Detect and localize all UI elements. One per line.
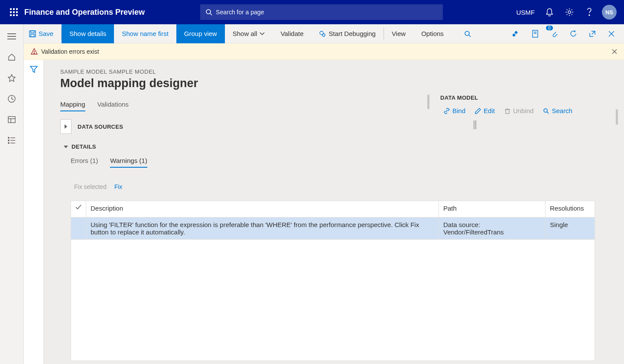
svg-line-32 bbox=[469, 35, 471, 37]
bell-icon bbox=[546, 8, 553, 16]
svg-point-31 bbox=[465, 31, 469, 36]
data-sources-expand[interactable] bbox=[60, 119, 72, 134]
options-button[interactable]: Options bbox=[413, 24, 452, 43]
fix-selected-button: Fix selected bbox=[74, 183, 107, 190]
tab-validations[interactable]: Validations bbox=[98, 101, 129, 111]
tab-mapping[interactable]: Mapping bbox=[60, 101, 85, 111]
svg-rect-43 bbox=[506, 110, 509, 114]
filter-button[interactable] bbox=[30, 66, 38, 364]
show-all-button[interactable]: Show all bbox=[225, 24, 273, 43]
home-button[interactable] bbox=[1, 49, 22, 66]
splitter-handle[interactable] bbox=[474, 120, 477, 129]
view-button[interactable]: View bbox=[384, 24, 413, 43]
show-details-button[interactable]: Show details bbox=[62, 24, 114, 43]
fix-button[interactable]: Fix bbox=[114, 183, 123, 190]
subtab-warnings[interactable]: Warnings (1) bbox=[110, 157, 147, 168]
svg-rect-7 bbox=[13, 14, 15, 16]
chevron-right-icon bbox=[64, 124, 68, 129]
page-options-button[interactable] bbox=[528, 26, 543, 41]
validation-banner: Validation errors exist bbox=[24, 43, 624, 60]
svg-point-24 bbox=[8, 143, 9, 143]
avatar-initials: NS bbox=[605, 9, 613, 16]
filter-icon bbox=[30, 66, 38, 73]
table-row[interactable]: Using 'FILTER' function for the expressi… bbox=[71, 218, 595, 240]
paperclip-icon bbox=[550, 30, 558, 38]
data-sources-label: DATA SOURCES bbox=[78, 124, 123, 130]
find-button[interactable] bbox=[460, 26, 475, 41]
workspaces-button[interactable] bbox=[1, 111, 22, 128]
settings-button[interactable] bbox=[560, 2, 579, 23]
search-icon bbox=[543, 108, 549, 114]
cell-resolutions: Single bbox=[546, 218, 595, 240]
app-title: Finance and Operations Preview bbox=[24, 8, 145, 17]
bind-button[interactable]: Bind bbox=[444, 107, 465, 114]
debug-icon bbox=[319, 30, 326, 37]
search-input[interactable]: Search for a page bbox=[200, 4, 443, 20]
svg-rect-8 bbox=[16, 14, 18, 16]
subtab-errors[interactable]: Errors (1) bbox=[71, 157, 98, 168]
hamburger-icon bbox=[7, 33, 16, 39]
company-selector[interactable]: USMF bbox=[512, 9, 540, 16]
banner-text: Validation errors exist bbox=[41, 48, 99, 55]
svg-rect-28 bbox=[31, 34, 34, 37]
nav-toggle[interactable] bbox=[1, 28, 22, 45]
svg-line-36 bbox=[592, 31, 595, 34]
show-name-first-button[interactable]: Show name first bbox=[114, 24, 176, 43]
link-icon bbox=[444, 108, 450, 114]
home-icon bbox=[7, 53, 16, 62]
svg-rect-17 bbox=[8, 117, 15, 123]
diamond-icon bbox=[512, 31, 520, 37]
svg-rect-0 bbox=[10, 8, 12, 10]
notifications-button[interactable] bbox=[540, 2, 559, 23]
unbind-button: Unbind bbox=[504, 107, 534, 114]
search-icon bbox=[464, 30, 471, 37]
close-button[interactable] bbox=[604, 26, 619, 41]
edit-button[interactable]: Edit bbox=[475, 107, 495, 114]
svg-rect-1 bbox=[13, 8, 15, 10]
check-icon bbox=[75, 205, 81, 210]
svg-rect-2 bbox=[16, 8, 18, 10]
workspace-icon bbox=[7, 116, 16, 124]
select-all[interactable] bbox=[71, 201, 86, 218]
user-avatar[interactable]: NS bbox=[600, 2, 619, 23]
svg-rect-27 bbox=[31, 31, 34, 33]
breadcrumb: SAMPLE MODEL SAMPLE MODEL bbox=[60, 68, 624, 75]
waffle-icon bbox=[10, 8, 18, 16]
svg-rect-33 bbox=[533, 30, 538, 37]
save-button[interactable]: Save bbox=[24, 24, 61, 43]
search-icon bbox=[205, 9, 212, 16]
list-icon bbox=[7, 136, 16, 144]
svg-point-46 bbox=[544, 109, 547, 112]
refresh-button[interactable] bbox=[566, 26, 581, 41]
personalize-button[interactable] bbox=[509, 26, 523, 41]
popout-button[interactable] bbox=[585, 26, 600, 41]
banner-close[interactable] bbox=[612, 49, 617, 54]
help-button[interactable] bbox=[580, 2, 599, 23]
svg-point-9 bbox=[206, 10, 211, 14]
save-icon bbox=[29, 30, 36, 37]
col-resolutions[interactable]: Resolutions bbox=[546, 201, 595, 218]
group-view-button[interactable]: Group view bbox=[176, 24, 225, 43]
search-button[interactable]: Search bbox=[543, 107, 572, 114]
svg-rect-4 bbox=[13, 11, 15, 13]
start-debugging-button[interactable]: Start Debugging bbox=[311, 24, 383, 43]
app-launcher[interactable] bbox=[5, 3, 23, 21]
refresh-icon bbox=[569, 30, 577, 38]
recent-button[interactable] bbox=[1, 90, 22, 107]
favorites-button[interactable] bbox=[1, 69, 22, 87]
details-label: DETAILS bbox=[72, 143, 96, 150]
col-path[interactable]: Path bbox=[439, 201, 546, 218]
attachment-count: 0 bbox=[546, 26, 553, 30]
data-model-label: DATA MODEL bbox=[440, 94, 614, 101]
validate-button[interactable]: Validate bbox=[273, 24, 311, 43]
star-icon bbox=[7, 74, 16, 82]
modules-button[interactable] bbox=[1, 132, 22, 149]
cell-description: Using 'FILTER' function for the expressi… bbox=[86, 218, 439, 240]
popout-icon bbox=[589, 30, 596, 37]
close-icon bbox=[612, 49, 617, 54]
col-description[interactable]: Description bbox=[86, 201, 439, 218]
pencil-icon bbox=[475, 108, 481, 114]
attachments-button[interactable]: 0 bbox=[547, 26, 562, 41]
page-icon bbox=[532, 30, 539, 38]
warnings-table: Description Path Resolutions Using 'FILT… bbox=[71, 201, 595, 240]
